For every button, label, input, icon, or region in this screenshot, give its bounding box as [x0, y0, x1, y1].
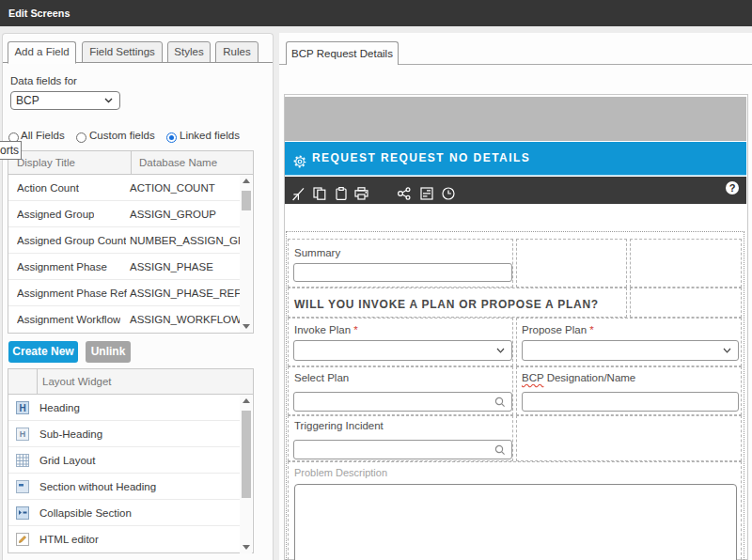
svg-text:H: H [20, 429, 26, 439]
svg-text:H: H [19, 403, 25, 413]
